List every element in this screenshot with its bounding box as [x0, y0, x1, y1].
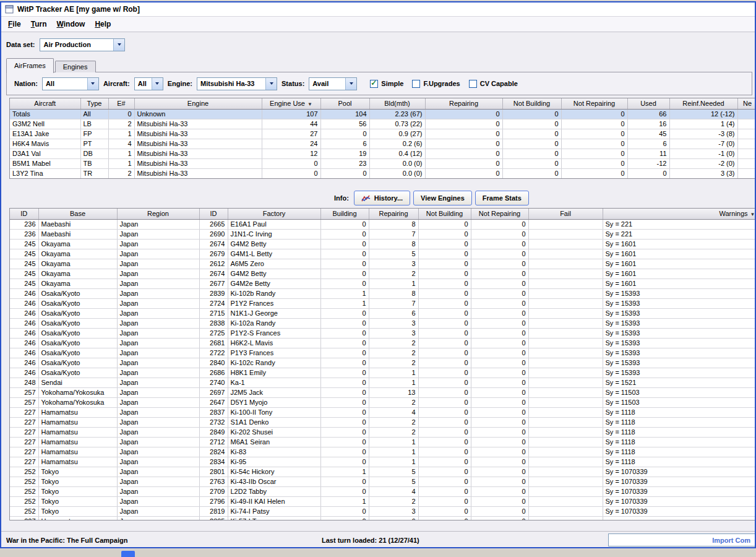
menu-window[interactable]: Window: [51, 18, 90, 30]
factories-row[interactable]: 227HamamatsuJapan2834Ki-950100Sy = 1118: [10, 457, 756, 467]
airframes-column-header[interactable]: Pool: [320, 98, 369, 109]
tab-airframes-label: AirFrames: [14, 62, 46, 69]
factories-row[interactable]: 246Osaka/KyotoJapan2839Ki-102b Randy1800…: [10, 288, 756, 298]
factories-row[interactable]: 245OkayamaJapan2674G4M2 Betty0200Sy = 16…: [10, 269, 756, 278]
factories-cell: Ki-102a Randy: [228, 318, 320, 328]
factories-row[interactable]: 246Osaka/KyotoJapan2724P1Y2 Frances1700S…: [10, 298, 756, 308]
airframes-row[interactable]: G3M2 NellLB2Mitsubishi Ha-3344560.73 (22…: [10, 119, 756, 129]
factories-column-header[interactable]: Not Building: [418, 209, 471, 219]
history-button[interactable]: History...: [354, 191, 410, 205]
airframes-column-header[interactable]: Ne: [737, 98, 756, 109]
airframes-row[interactable]: TotalsAll0Unknown1071042.23 (67)0006612 …: [10, 109, 756, 119]
airframes-column-header[interactable]: Engine Use▼: [262, 98, 320, 109]
factories-row[interactable]: 245OkayamaJapan2674G4M2 Betty0800Sy = 16…: [10, 239, 756, 249]
airframes-row[interactable]: H6K4 MavisPT4Mitsubishi Ha-332460.2 (6)0…: [10, 139, 756, 149]
factories-row[interactable]: 227HamamatsuJapan2824Ki-830100Sy = 1118: [10, 447, 756, 457]
factories-row[interactable]: 257Yokohama/YokosukaJapan2697J2M5 Jack01…: [10, 387, 756, 397]
factories-row[interactable]: 246Osaka/KyotoJapan2725P1Y2-S Frances030…: [10, 328, 756, 338]
dataset-combobox[interactable]: Air Production: [40, 38, 125, 51]
factories-cell: 0: [471, 278, 528, 288]
checkbox-checked-icon[interactable]: [370, 80, 378, 88]
aircraft-combobox[interactable]: All: [134, 77, 163, 90]
status-combobox[interactable]: Avail: [309, 77, 357, 90]
dataset-combobox-dropdown-button[interactable]: [113, 39, 124, 51]
factories-row[interactable]: 252TokyoJapan2796Ki-49-II KAI Helen1200S…: [10, 496, 756, 506]
airframes-row[interactable]: B5M1 MabelTB1Mitsubishi Ha-330230.0 (0)0…: [10, 158, 756, 168]
factories-row[interactable]: 236MaebashiJapan2690J1N1-C Irving0700Sy …: [10, 229, 756, 239]
factories-column-header[interactable]: Building: [320, 209, 369, 219]
factories-row[interactable]: 246Osaka/KyotoJapan2838Ki-102a Randy0300…: [10, 318, 756, 328]
airframes-column-header[interactable]: E#: [108, 98, 134, 109]
tab-engines[interactable]: Engines: [55, 61, 96, 72]
factories-cell: Japan: [117, 447, 199, 457]
airframes-column-header[interactable]: Reinf.Needed: [669, 98, 737, 109]
factories-column-header[interactable]: Factory: [228, 209, 320, 219]
menu-turn[interactable]: Turn: [26, 18, 52, 30]
factories-cell: Maebashi: [38, 229, 117, 239]
factories-row[interactable]: 252TokyoJapan2819Ki-74-I Patsy0300Sy = 1…: [10, 506, 756, 516]
factories-row[interactable]: 236MaebashiJapan2665E16A1 Paul0800Sy = 2…: [10, 219, 756, 229]
airframes-column-header[interactable]: Not Repairing: [561, 98, 627, 109]
tab-airframes[interactable]: AirFrames: [6, 58, 54, 73]
factories-row[interactable]: 246Osaka/KyotoJapan2681H6K2-L Mavis0200S…: [10, 338, 756, 348]
aircraft-combobox-dropdown-button[interactable]: [152, 78, 163, 90]
factories-column-header[interactable]: Base: [38, 209, 117, 219]
checkbox-unchecked-icon[interactable]: [412, 80, 420, 88]
factories-row[interactable]: 252TokyoJapan2801Ki-54c Hickory1500Sy = …: [10, 467, 756, 477]
factories-row[interactable]: 227HamamatsuJapan2805Ki-57-I Topsy0600: [10, 516, 756, 520]
factories-row[interactable]: 227HamamatsuJapan2849Ki-202 Shusei0200Sy…: [10, 427, 756, 437]
airframes-cell: E13A1 Jake: [10, 129, 80, 139]
factories-column-header[interactable]: Region: [117, 209, 199, 219]
factories-row[interactable]: 245OkayamaJapan2612A6M5 Zero0300Sy = 160…: [10, 259, 756, 269]
factories-cell: 0: [471, 378, 528, 387]
factories-row[interactable]: 246Osaka/KyotoJapan2715N1K1-J George0600…: [10, 308, 756, 318]
factories-row[interactable]: 257Yokohama/YokosukaJapan2647D5Y1 Myojo0…: [10, 397, 756, 407]
factories-row[interactable]: 227HamamatsuJapan2732S1A1 Denko0200Sy = …: [10, 417, 756, 427]
factories-row[interactable]: 246Osaka/KyotoJapan2686H8K1 Emily0100Sy …: [10, 368, 756, 378]
engine-combobox-dropdown-button[interactable]: [265, 78, 277, 90]
airframes-column-header[interactable]: Repairing: [425, 98, 502, 109]
factories-column-header[interactable]: ID: [199, 209, 228, 219]
airframes-row[interactable]: E13A1 JakeFP1Mitsubishi Ha-332700.9 (27)…: [10, 129, 756, 139]
checkbox-simple[interactable]: Simple: [370, 80, 403, 88]
airframes-column-header[interactable]: Used: [627, 98, 669, 109]
airframes-column-header[interactable]: Engine: [134, 98, 262, 109]
airframes-row[interactable]: L3Y2 TinaTR2Mitsubishi Ha-33000.0 (0)000…: [10, 168, 756, 178]
factories-column-header[interactable]: Not Repairing: [471, 209, 528, 219]
menu-file[interactable]: File: [3, 18, 26, 30]
engine-combobox[interactable]: Mitsubishi Ha-33: [197, 77, 277, 90]
factories-column-header[interactable]: Fail: [528, 209, 603, 219]
factories-row[interactable]: 245OkayamaJapan2679G4M1-L Betty0500Sy = …: [10, 249, 756, 259]
factories-row[interactable]: 252TokyoJapan2709L2D2 Tabby0400Sy = 1070…: [10, 486, 756, 496]
menu-help[interactable]: Help: [90, 18, 116, 30]
factories-row[interactable]: 248SendaiJapan2740Ka-10100Sy = 1521: [10, 378, 756, 387]
checkbox-cv-capable[interactable]: CV Capable: [469, 80, 518, 88]
airframes-column-header[interactable]: Bld(mth): [369, 98, 425, 109]
factories-row[interactable]: 227HamamatsuJapan2837Ki-100-II Tony0400S…: [10, 407, 756, 417]
airframes-cell: 0: [262, 158, 320, 168]
airframes-column-header[interactable]: Not Building: [502, 98, 561, 109]
nation-combobox-dropdown-button[interactable]: [87, 78, 98, 90]
checkbox-unchecked-icon[interactable]: [469, 80, 477, 88]
view-engines-button[interactable]: View Engines: [413, 191, 472, 205]
factories-column-header[interactable]: ID: [10, 209, 38, 219]
factories-row[interactable]: 227HamamatsuJapan2712M6A1 Seiran0100Sy =…: [10, 437, 756, 447]
factories-column-header[interactable]: Repairing: [369, 209, 418, 219]
factories-cell: 227: [10, 447, 38, 457]
airframes-row[interactable]: D3A1 ValDB1Mitsubishi Ha-3312190.4 (12)0…: [10, 149, 756, 158]
factories-row[interactable]: 246Osaka/KyotoJapan2840Ki-102c Randy0200…: [10, 358, 756, 368]
factories-row[interactable]: 246Osaka/KyotoJapan2722P1Y3 Frances0200S…: [10, 348, 756, 358]
nation-combobox[interactable]: All: [42, 77, 99, 90]
factories-cell: Sy = 1070339: [603, 486, 756, 496]
aircraft-label: Aircraft:: [103, 80, 130, 87]
factories-row[interactable]: 245OkayamaJapan2677G4M2e Betty0100Sy = 1…: [10, 278, 756, 288]
factories-column-header[interactable]: Warnings▼: [603, 209, 756, 219]
import-combat-button[interactable]: Import Com: [608, 533, 756, 546]
frame-stats-button[interactable]: Frame Stats: [475, 191, 529, 205]
factories-row[interactable]: 252TokyoJapan2763Ki-43-IIb Oscar0500Sy =…: [10, 477, 756, 486]
status-combobox-dropdown-button[interactable]: [345, 78, 356, 90]
airframes-column-header[interactable]: Type: [80, 98, 108, 109]
taskbar-item[interactable]: [121, 551, 135, 557]
checkbox-f-upgrades[interactable]: F.Upgrades: [412, 80, 460, 88]
airframes-column-header[interactable]: Aircraft: [10, 98, 80, 109]
